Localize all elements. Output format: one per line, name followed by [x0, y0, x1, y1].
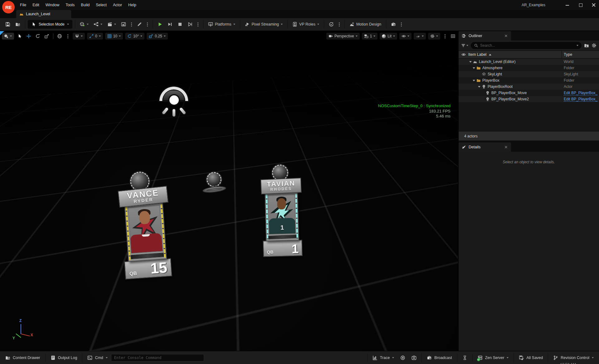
- surface-snapping-dropdown[interactable]: [73, 33, 85, 40]
- close-icon[interactable]: [592, 3, 596, 7]
- column-item-label[interactable]: Item Label: [468, 52, 486, 57]
- add-actor-button[interactable]: [78, 20, 91, 28]
- overflow-dots-icon[interactable]: [339, 24, 340, 25]
- overflow-dots-icon[interactable]: [401, 24, 402, 25]
- frame-skip-button[interactable]: [165, 20, 175, 28]
- revision-control-dropdown[interactable]: Revision Control: [550, 353, 597, 362]
- chevron-down-icon[interactable]: [577, 45, 578, 46]
- visibility-eye-icon[interactable]: [461, 52, 466, 57]
- outliner-row-atmosphere[interactable]: Atmosphere Folder: [459, 65, 599, 71]
- platforms-dropdown[interactable]: Platforms: [206, 20, 237, 28]
- menu-window[interactable]: Window: [42, 0, 62, 10]
- menu-help[interactable]: Help: [125, 0, 139, 10]
- console-command-input[interactable]: [111, 354, 204, 362]
- menu-tools[interactable]: Tools: [62, 0, 78, 10]
- scale-tool-button[interactable]: [43, 33, 50, 39]
- stop-button[interactable]: [175, 20, 185, 28]
- world-local-toggle[interactable]: [56, 33, 63, 39]
- search-input[interactable]: [480, 43, 575, 48]
- close-icon[interactable]: [504, 34, 508, 38]
- trace-record-button[interactable]: [397, 353, 408, 362]
- tab-outliner[interactable]: Outliner: [459, 31, 511, 41]
- actor-snap-dropdown[interactable]: 0: [87, 33, 103, 40]
- viewport-settings-dropdown[interactable]: [428, 33, 440, 40]
- viewport-options-dots-icon[interactable]: [445, 36, 446, 37]
- cinematics-button[interactable]: [105, 20, 118, 28]
- outliner-row-bp-playerbox-move2[interactable]: BP_PlayerBox_Move2 Edit BP_PlayerBox_: [459, 96, 599, 102]
- overflow-dots-icon[interactable]: [131, 24, 132, 25]
- save-button[interactable]: [3, 20, 12, 28]
- menu-file[interactable]: File: [17, 0, 29, 10]
- pixel-streaming-dropdown[interactable]: Pixel Streaming: [243, 20, 285, 28]
- tab-launch-level[interactable]: Launch_Level: [16, 10, 71, 18]
- zen-server-dropdown[interactable]: Zen Server: [475, 353, 512, 362]
- minimize-icon[interactable]: [565, 3, 570, 7]
- screen-percentage-dropdown[interactable]: 1: [362, 33, 378, 40]
- content-drawer-button[interactable]: Content Drawer: [2, 353, 43, 362]
- maximize-viewport-button[interactable]: [450, 33, 456, 39]
- sync-environment-button[interactable]: [327, 20, 336, 28]
- menu-edit[interactable]: Edit: [29, 0, 42, 10]
- move-tool-button[interactable]: [25, 33, 32, 39]
- output-log-button[interactable]: Output Log: [48, 353, 80, 362]
- motion-design-button[interactable]: Motion Design: [347, 20, 383, 28]
- browse-content-button[interactable]: [13, 20, 22, 28]
- trace-snapshot-button[interactable]: [409, 353, 419, 362]
- grid-snap-dropdown[interactable]: 10: [105, 33, 123, 40]
- vp-roles-dropdown[interactable]: VP Roles: [290, 20, 321, 28]
- outliner-row-launch-level[interactable]: Launch_Level (Editor) World: [459, 59, 599, 65]
- rotate-tool-button[interactable]: [34, 33, 41, 39]
- camera-view-dropdown[interactable]: Perspective: [326, 33, 360, 40]
- outliner-search-box[interactable]: [471, 42, 582, 49]
- outliner-row-playerboxroot[interactable]: PlayerBoxRoot Actor: [459, 84, 599, 90]
- 3d-viewport[interactable]: 0 10 10° 0.25 Perspective 1: [0, 31, 458, 351]
- broadcast-monitor-button[interactable]: [389, 20, 398, 28]
- player-card-vance[interactable]: VANCE RYDER QB 15: [113, 170, 177, 280]
- show-flags-dropdown[interactable]: [399, 33, 412, 40]
- new-folder-icon[interactable]: [584, 43, 589, 48]
- overflow-dots-icon[interactable]: [67, 36, 68, 37]
- toolbar-divider: [287, 20, 288, 28]
- play-options-dots-icon[interactable]: [197, 24, 198, 25]
- outliner-list-icon: [462, 34, 466, 38]
- maximize-icon[interactable]: [578, 3, 583, 7]
- view-mode-dropdown[interactable]: Lit: [380, 33, 397, 40]
- overflow-dots-icon[interactable]: [147, 24, 148, 25]
- skylight-sprite[interactable]: [158, 84, 191, 117]
- select-tool-button[interactable]: [16, 33, 23, 39]
- blueprint-nodes-icon: [94, 22, 99, 27]
- edit-blueprint-link[interactable]: Edit BP_PlayerBox_: [564, 97, 597, 102]
- menu-build[interactable]: Build: [78, 0, 93, 10]
- cmd-dropdown[interactable]: Cmd: [85, 353, 110, 362]
- selection-mode-dropdown[interactable]: Selection Mode: [28, 20, 72, 29]
- outliner-row-bp-playerbox-move[interactable]: BP_PlayerBox_Move Edit BP_PlayerBox_: [459, 90, 599, 96]
- player-card-tavian[interactable]: TAVIAN RHODES 1 QB 1: [257, 164, 306, 257]
- scale-snap-dropdown[interactable]: 0.25: [147, 33, 168, 40]
- outliner-row-playerbox[interactable]: PlayerBox Folder: [459, 77, 599, 84]
- expander-icon[interactable]: [478, 86, 480, 88]
- expander-icon[interactable]: [469, 61, 472, 63]
- outliner-row-skylight[interactable]: SkyLight SkyLight: [459, 71, 599, 77]
- trace-dropdown[interactable]: Trace: [370, 353, 397, 362]
- tab-details[interactable]: Details: [459, 142, 511, 152]
- outliner-settings-gear-icon[interactable]: [592, 43, 597, 48]
- broadcast-button[interactable]: Broadcast: [424, 353, 455, 362]
- outliner-filter-button[interactable]: [461, 43, 468, 48]
- expander-icon[interactable]: [473, 67, 475, 69]
- edit-blueprint-link[interactable]: Edit BP_PlayerBox_: [564, 91, 597, 95]
- close-icon[interactable]: [504, 145, 508, 149]
- paint-mode-button[interactable]: [135, 20, 144, 28]
- pending-tasks-button[interactable]: [460, 353, 470, 362]
- menu-actor[interactable]: Actor: [110, 0, 125, 10]
- expander-icon[interactable]: [473, 80, 475, 81]
- collapsed-player-card[interactable]: [202, 172, 232, 193]
- rotation-snap-dropdown[interactable]: 10°: [125, 33, 144, 40]
- all-saved-button[interactable]: All Saved: [516, 353, 546, 362]
- play-button[interactable]: [155, 20, 165, 28]
- launch-button[interactable]: [185, 20, 195, 28]
- blueprints-button[interactable]: [91, 20, 105, 28]
- editor-modes-button[interactable]: [119, 20, 128, 28]
- column-type[interactable]: Type: [564, 52, 572, 57]
- view-performance-dropdown[interactable]: [414, 33, 426, 40]
- menu-select[interactable]: Select: [93, 0, 110, 10]
